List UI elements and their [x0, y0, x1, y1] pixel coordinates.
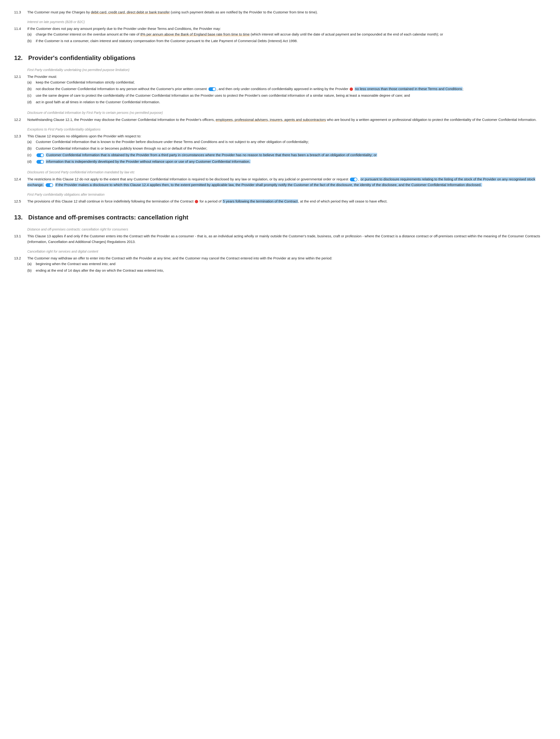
toggle-12-3-c[interactable]	[36, 153, 44, 157]
subsection-12-1: 12.1 The Provider must: (a) keep the Cus…	[14, 74, 546, 106]
list-label-12-1-c: (c)	[27, 93, 36, 98]
subsection-text-13-2: The Customer may withdraw an offer to en…	[27, 256, 546, 274]
list-label-b: (b)	[27, 38, 36, 44]
subsection-text-13-1: This Clause 13 applies if and only if th…	[27, 233, 546, 245]
document-content: 11.3 The Customer must pay the Charges b…	[14, 9, 546, 274]
list-content-12-1-a: keep the Customer Confidential Informati…	[36, 80, 546, 85]
list-label-12-1-d: (d)	[27, 99, 36, 105]
list-item-12-1-b: (b) not disclose the Customer Confidenti…	[27, 86, 546, 92]
list-item-12-1-c: (c) use the same degree of care to prote…	[27, 93, 546, 98]
list-content-b: if the Customer is not a consumer, claim…	[36, 38, 546, 44]
subsection-text-11-4: If the Customer does not pay any amount …	[27, 26, 546, 45]
sublabel-12-3: Exceptions to First Party confidentialit…	[27, 127, 546, 132]
list-label-12-1-a: (a)	[27, 80, 36, 85]
list-content-13-2-a: beginning when the Contract was entered …	[36, 261, 546, 267]
list-item-12-1-a: (a) keep the Customer Confidential Infor…	[27, 80, 546, 85]
red-dot-12-1-b	[349, 88, 353, 91]
subsection-label-12-5: 12.5	[14, 198, 27, 204]
sublabel-13-1: Distance and off-premises contracts: can…	[27, 227, 546, 232]
highlighted-12-2: employees, professional advisers, insure…	[216, 118, 326, 122]
sublabel-13-2: Cancellation right for services and digi…	[27, 249, 546, 254]
subsection-label-12-2: 12.2	[14, 117, 27, 123]
subsection-label-11-4: 11.4	[14, 26, 27, 45]
heading-13: 13. Distance and off-premises contracts:…	[14, 212, 546, 223]
red-dot-12-5	[195, 200, 198, 203]
highlighted-12-4-b: If the Provider makes a disclosure to wh…	[55, 183, 482, 187]
list-item-13-2-a: (a) beginning when the Contract was ente…	[27, 261, 546, 267]
list-item-12-3-c: (c) Customer Confidential Information th…	[27, 152, 546, 158]
subsection-intro-13-2: The Customer may withdraw an offer to en…	[27, 256, 546, 261]
list-content-12-1-c: use the same degree of care to protect t…	[36, 93, 546, 98]
subsection-label-12-4: 12.4	[14, 176, 27, 188]
highlighted-12-5: 5 years following the termination of the…	[222, 199, 298, 203]
list-item-12-3-a: (a) Customer Confidential Information th…	[27, 139, 546, 145]
toggle-12-4-a[interactable]	[350, 178, 358, 181]
list-label-13-2-a: (a)	[27, 261, 36, 267]
heading-12: 12. Provider's confidentiality obligatio…	[14, 53, 546, 63]
highlighted-12-3-d: information that is independently develo…	[46, 159, 251, 163]
subsection-13-1: 13.1 This Clause 13 applies if and only …	[14, 233, 546, 245]
list-item-12-1-d: (d) act in good faith at all times in re…	[27, 99, 546, 105]
subsection-text-12-1: The Provider must: (a) keep the Customer…	[27, 74, 546, 106]
list-content-a: charge the Customer interest on the over…	[36, 31, 546, 37]
highlighted-rate: 8% per annum above the Bank of England b…	[140, 32, 249, 36]
subsection-intro-12-3: This Clause 12 imposes no obligations up…	[27, 133, 546, 139]
subsection-label-13-1: 13.1	[14, 233, 27, 245]
list-label-12-3-b: (b)	[27, 146, 36, 151]
toggle-12-3-d[interactable]	[36, 160, 44, 164]
subsection-intro-12-1: The Provider must:	[27, 74, 546, 80]
list-content-13-2-b: ending at the end of 14 days after the d…	[36, 268, 546, 273]
subsection-label-12-1: 12.1	[14, 74, 27, 106]
section-number-12: 12.	[14, 53, 25, 63]
toggle-12-4-b[interactable]	[46, 183, 53, 187]
subsection-12-2: 12.2 Notwithstanding Clause 12.1, the Pr…	[14, 117, 546, 123]
list-item-12-3-b: (b) Customer Confidential Information th…	[27, 146, 546, 151]
list-label-13-2-b: (b)	[27, 268, 36, 273]
list-content-12-3-b: Customer Confidential Information that i…	[36, 146, 546, 151]
list-content-12-3-a: Customer Confidential Information that i…	[36, 139, 546, 145]
subsection-12-4: 12.4 The restrictions in this Clause 12 …	[14, 176, 546, 188]
list-content-12-3-d: information that is independently develo…	[36, 159, 546, 164]
list-label-12-1-b: (b)	[27, 86, 36, 92]
subsection-label-13-2: 13.2	[14, 256, 27, 274]
subsection-text-12-2: Notwithstanding Clause 12.1, the Provide…	[27, 117, 546, 123]
list-content-12-1-d: act in good faith at all times in relati…	[36, 99, 546, 105]
list-label-12-3-d: (d)	[27, 159, 36, 164]
section-number-13: 13.	[14, 212, 25, 223]
sublabel-interest: Interest on late payments (B2B or B2C)	[27, 19, 546, 24]
list-content-12-3-c: Customer Confidential Information that i…	[36, 152, 546, 158]
sublabel-12-5: First Party confidentiality obligations …	[27, 192, 546, 197]
sublabel-12-2: Disclosure of confidential information b…	[27, 110, 546, 115]
subsection-label-12-3: 12.3	[14, 133, 27, 165]
subsection-text-12-5: The provisions of this Clause 12 shall c…	[27, 198, 546, 204]
subsection-label-11-3: 11.3	[14, 9, 27, 15]
list-item-12-3-d: (d) information that is independently de…	[27, 159, 546, 164]
sublabel-12-1: First Party confidentiality undertaking …	[27, 67, 546, 72]
subsection-text-11-3: The Customer must pay the Charges by deb…	[27, 9, 546, 15]
highlighted-12-1-b: no less onerous than those contained in …	[355, 87, 462, 91]
subsection-13-2: 13.2 The Customer may withdraw an offer …	[14, 256, 546, 274]
subsection-12-3: 12.3 This Clause 12 imposes no obligatio…	[14, 133, 546, 165]
section-title-13: Distance and off-premises contracts: can…	[28, 212, 188, 223]
list-item-b: (b) if the Customer is not a consumer, c…	[27, 38, 546, 44]
section-title-12: Provider's confidentiality obligations	[28, 53, 135, 63]
toggle-12-1-b[interactable]	[208, 87, 216, 91]
list-label-12-3-a: (a)	[27, 139, 36, 145]
list-label-a: (a)	[27, 31, 36, 37]
list-label-12-3-c: (c)	[27, 152, 36, 158]
list-content-12-1-b: not disclose the Customer Confidential I…	[36, 86, 546, 92]
list-item-a: (a) charge the Customer interest on the …	[27, 31, 546, 37]
highlighted-12-3-c: Customer Confidential Information that i…	[46, 153, 377, 157]
list-item-13-2-b: (b) ending at the end of 14 days after t…	[27, 268, 546, 273]
subsection-11-3: 11.3 The Customer must pay the Charges b…	[14, 9, 546, 15]
highlighted-text: debit card, credit card, direct debit or…	[91, 10, 170, 14]
subsection-text-12-3: This Clause 12 imposes no obligations up…	[27, 133, 546, 165]
subsection-12-5: 12.5 The provisions of this Clause 12 sh…	[14, 198, 546, 204]
sublabel-12-4: Disclosures of Second Party confidential…	[27, 170, 546, 175]
subsection-11-4: 11.4 If the Customer does not pay any am…	[14, 26, 546, 45]
subsection-intro: If the Customer does not pay any amount …	[27, 26, 546, 31]
subsection-text-12-4: The restrictions in this Clause 12 do no…	[27, 176, 546, 188]
